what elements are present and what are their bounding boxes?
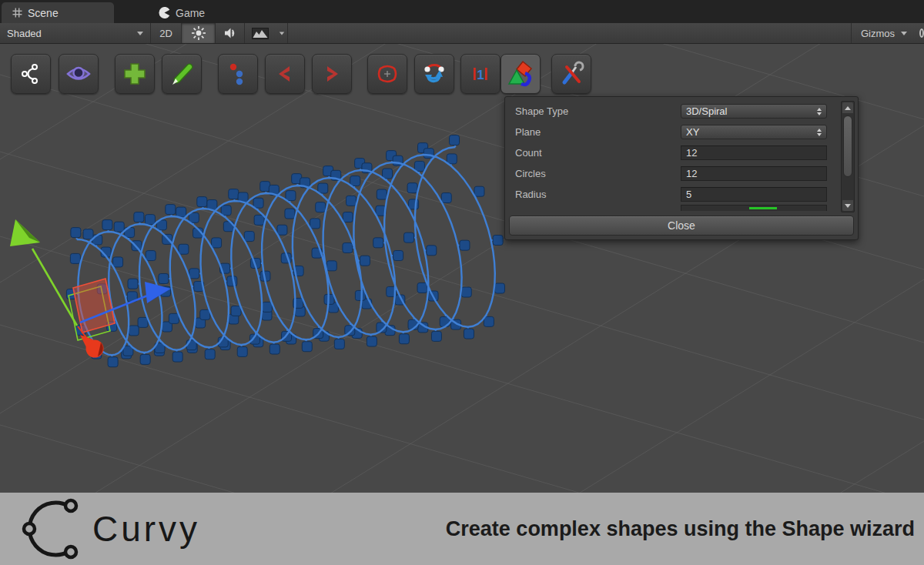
prev-arrow-icon: [273, 62, 296, 85]
spline-hierarchy-icon: [18, 62, 43, 86]
field-row-count: Count 12: [510, 142, 836, 163]
deform-tool-button[interactable]: [367, 54, 407, 94]
gizmos-dropdown[interactable]: Gizmos: [851, 23, 916, 43]
lighting-toggle-button[interactable]: [182, 23, 216, 43]
visibility-button[interactable]: [59, 54, 99, 94]
chevron-down-icon: [137, 32, 143, 35]
lighting-icon: [191, 25, 206, 41]
field-row-plane: Plane XY: [510, 122, 836, 142]
add-plus-icon: [122, 62, 147, 86]
brand-name: Curvy: [92, 508, 200, 550]
shape-wizard-panel: Shape Type 3D/Spiral Plane XY Count 12 C…: [504, 96, 859, 240]
shape-wizard-button[interactable]: [500, 54, 541, 94]
next-button[interactable]: [312, 54, 352, 94]
grid-icon: [12, 8, 22, 18]
curvy-logo-icon: [11, 496, 91, 562]
audio-icon: [223, 27, 237, 39]
tools-button[interactable]: [551, 54, 591, 94]
search-icon: [919, 28, 924, 38]
edit-pencil-icon: [169, 62, 194, 86]
shape-type-value: 3D/Spiral: [686, 105, 727, 117]
caption-bar: Curvy Create complex shapes using the Sh…: [0, 493, 924, 565]
triangle-up-icon: [845, 106, 851, 110]
tools-icon: [558, 61, 584, 87]
wizard-fields: Shape Type 3D/Spiral Plane XY Count 12 C…: [510, 101, 836, 211]
shading-mode-dropdown[interactable]: Shaded: [0, 23, 151, 43]
edit-button[interactable]: [162, 54, 202, 94]
audio-toggle-button[interactable]: [216, 23, 245, 43]
triangle-down-icon: [845, 204, 851, 208]
shape-type-dropdown[interactable]: 3D/Spiral: [681, 104, 827, 119]
toggle-2d-button[interactable]: 2D: [151, 23, 182, 43]
deform-shape-icon: [375, 62, 400, 86]
sync-connect-icon: [421, 61, 447, 87]
range-one-icon: 1: [469, 62, 492, 85]
panel-scrollbar[interactable]: [841, 101, 855, 212]
tab-game[interactable]: Game: [148, 2, 216, 23]
updown-icon: [817, 108, 822, 115]
plane-dropdown[interactable]: XY: [681, 125, 827, 139]
plane-value: XY: [686, 126, 699, 138]
control-points-button[interactable]: [218, 54, 258, 94]
svg-text:1: 1: [477, 68, 484, 82]
search-field-partial[interactable]: [916, 23, 924, 43]
circles-input[interactable]: 12: [681, 166, 827, 181]
scrollbar-down-button[interactable]: [842, 200, 853, 211]
field-row-circles: Circles 12: [510, 163, 836, 184]
editor-tabbar: Scene Game: [0, 0, 924, 23]
scene-viewport[interactable]: 1 Shape Type 3D/Spiral: [0, 44, 924, 493]
field-label: Circles: [510, 168, 681, 179]
field-row-radius: Radius 5: [510, 184, 836, 205]
chevron-down-icon: [901, 32, 907, 35]
close-button[interactable]: Close: [509, 216, 854, 236]
gizmo-x-axis-handle[interactable]: [78, 326, 104, 358]
spline-hierarchy-button[interactable]: [11, 54, 51, 94]
green-slider-mark: [749, 207, 777, 209]
scrollbar-thumb[interactable]: [843, 115, 852, 177]
updown-icon: [817, 129, 822, 136]
sync-button[interactable]: [414, 54, 454, 94]
gizmo-y-axis-handle[interactable]: [10, 219, 77, 326]
gizmos-label: Gizmos: [861, 28, 895, 39]
game-icon: [159, 7, 170, 18]
image-effects-dropdown[interactable]: [276, 23, 288, 43]
field-row-shape-type: Shape Type 3D/Spiral: [510, 101, 836, 122]
next-arrow-icon: [320, 62, 343, 85]
field-label: Radius: [510, 189, 681, 200]
control-points-icon: [226, 62, 250, 86]
toggle-2d-label: 2D: [159, 28, 172, 39]
visibility-eye-icon: [65, 61, 92, 87]
image-effects-button[interactable]: [245, 23, 276, 43]
shape-wizard-icon: [507, 60, 534, 88]
field-label: Shape Type: [510, 105, 681, 117]
tab-scene-label: Scene: [28, 7, 59, 19]
scene-view-toolbar: Shaded 2D Gizmos: [0, 23, 924, 44]
caption-text: Create complex shapes using the Shape wi…: [446, 517, 924, 541]
prev-button[interactable]: [265, 54, 305, 94]
clipped-field: [681, 205, 827, 211]
image-effects-icon: [252, 28, 269, 39]
field-label: Plane: [510, 126, 681, 138]
range-button[interactable]: 1: [460, 54, 500, 94]
chevron-down-icon: [279, 32, 283, 35]
field-label: Count: [510, 147, 681, 159]
tab-scene[interactable]: Scene: [2, 2, 114, 23]
shading-mode-label: Shaded: [7, 28, 42, 39]
add-button[interactable]: [115, 54, 155, 94]
count-input[interactable]: 12: [681, 145, 827, 160]
scrollbar-up-button[interactable]: [842, 102, 853, 113]
radius-input[interactable]: 5: [681, 187, 827, 202]
tab-game-label: Game: [176, 7, 205, 19]
